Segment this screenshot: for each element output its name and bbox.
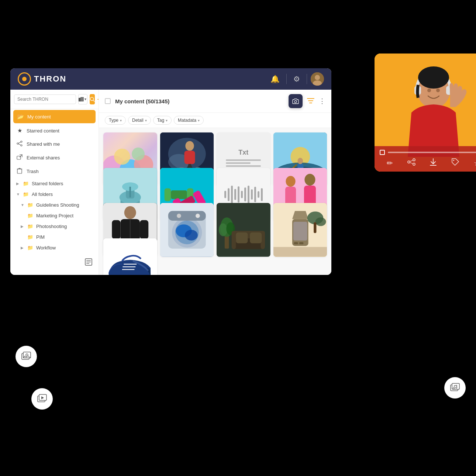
svg-rect-94	[232, 231, 236, 249]
tag-filter[interactable]: Tag ▾	[153, 116, 172, 125]
content-header: My content (50/1345) ⋮	[99, 90, 331, 113]
svg-point-85	[177, 214, 181, 218]
grid-item-shoe[interactable]	[103, 238, 157, 275]
svg-point-8	[17, 143, 18, 144]
detail-chevron-icon: ▾	[145, 118, 147, 123]
avatar[interactable]	[311, 72, 324, 86]
grid-item-sofa[interactable]	[217, 203, 270, 257]
more-options-button[interactable]: ⋮	[319, 97, 325, 105]
svg-point-106	[315, 217, 326, 226]
external-share-icon	[16, 154, 23, 161]
workflow-folder-label: Workflow	[36, 245, 56, 251]
app-window: THRON 🔔 ⚙	[10, 68, 331, 275]
wave-bar-4	[234, 189, 236, 200]
pim-folder-label: PIM	[36, 234, 45, 240]
svg-rect-14	[17, 169, 22, 173]
notification-icon[interactable]: 🔔	[268, 73, 283, 85]
svg-line-123	[410, 163, 413, 164]
share-icon	[16, 141, 23, 148]
folder-pim[interactable]: ▶ 📁 PIM	[10, 232, 99, 242]
svg-rect-63	[285, 186, 296, 205]
logo-icon	[18, 72, 31, 86]
share-action-icon[interactable]	[407, 158, 415, 168]
tag-chevron-icon: ▾	[166, 118, 168, 123]
sidebar-item-external-shares[interactable]: External shares	[10, 151, 99, 165]
filter-button[interactable]	[307, 97, 314, 106]
svg-point-28	[132, 148, 145, 161]
svg-rect-101	[293, 222, 307, 241]
folder-workflow[interactable]: ▶ 📁 Workflow	[10, 242, 99, 253]
tag-action-icon[interactable]	[451, 158, 459, 168]
all-folders-section[interactable]: ▼ 📁 All folders	[10, 189, 99, 200]
photos-float-button[interactable]	[15, 346, 37, 367]
grid-item-laundry[interactable]	[160, 203, 214, 257]
download-action-icon[interactable]	[430, 158, 437, 168]
header-divider-2	[307, 74, 307, 84]
select-all-checkbox[interactable]	[105, 98, 111, 104]
sidebar-item-starred-content[interactable]: ★ Starred content	[10, 124, 99, 137]
wave-bar-6	[241, 191, 243, 198]
trash-icon	[16, 168, 23, 175]
svg-point-9	[21, 145, 22, 146]
svg-rect-96	[236, 232, 248, 243]
folder-photoshooting[interactable]: ▶ 📁 Photoshooting	[10, 221, 99, 232]
svg-rect-103	[299, 242, 303, 244]
starred-folders-chevron: ▶	[16, 182, 20, 186]
sidebar-item-my-content[interactable]: 📂 My content	[13, 110, 96, 123]
metadata-filter[interactable]: Matadata ▾	[174, 116, 204, 125]
all-folders-icon: 📁	[23, 192, 29, 197]
guidelines-folder-label: Guidelines Shooting	[36, 202, 79, 208]
svg-point-66	[304, 174, 315, 186]
preview-file-indicator	[380, 150, 385, 155]
folder-marketing-project[interactable]: ▶ 📁 Marketing Project	[10, 210, 99, 221]
svg-rect-107	[314, 222, 316, 233]
svg-point-1	[315, 75, 320, 80]
svg-point-119	[413, 159, 415, 161]
sidebar-item-shared-with-me[interactable]: Shared with me	[10, 137, 99, 151]
txt-line-3	[226, 165, 261, 167]
svg-line-10	[18, 142, 21, 143]
music-float-button[interactable]	[444, 377, 466, 399]
guidelines-folder-icon: 📁	[27, 202, 33, 208]
wave-bar-1	[224, 191, 226, 198]
edit-action-icon[interactable]: ✏	[387, 159, 393, 168]
logo-text: THRON	[34, 74, 66, 84]
wave-bar-2	[228, 188, 230, 201]
svg-point-23	[294, 101, 297, 103]
preview-filename	[380, 150, 476, 155]
folder-guidelines-shooting[interactable]: ▼ 📁 Guidelines Shooting	[10, 200, 99, 210]
detail-filter-label: Detail	[132, 118, 144, 123]
svg-rect-102	[294, 242, 298, 244]
svg-point-83	[184, 230, 197, 241]
video-float-button[interactable]	[31, 388, 53, 410]
detail-filter[interactable]: Detail ▾	[128, 116, 151, 125]
grid-item-kitchen2[interactable]	[273, 203, 327, 257]
metadata-chevron-icon: ▾	[198, 118, 200, 123]
sidebar-item-trash[interactable]: Trash	[10, 165, 99, 178]
type-filter[interactable]: Type ▾	[105, 116, 126, 125]
photoshooting-chevron: ▶	[21, 224, 24, 228]
svg-rect-4	[80, 97, 84, 101]
all-folders-label: All folders	[32, 192, 53, 197]
camera-button[interactable]	[289, 94, 303, 108]
svg-rect-84	[168, 211, 206, 221]
wave-bar-7	[244, 187, 246, 201]
pim-folder-icon: 📁	[27, 234, 33, 240]
starred-folders-section[interactable]: ▶ 📁 Starred folders	[10, 178, 99, 189]
notes-icon[interactable]	[84, 258, 93, 268]
folder-view-btn[interactable]: ▼	[78, 94, 87, 104]
svg-point-118	[418, 66, 449, 89]
svg-point-90	[219, 223, 227, 236]
wave-bar-11	[258, 191, 259, 198]
wave-bar-8	[248, 186, 249, 203]
svg-rect-97	[250, 232, 262, 243]
search-button[interactable]	[90, 94, 95, 104]
settings-icon[interactable]: ⚙	[290, 73, 303, 85]
svg-rect-104	[273, 247, 327, 256]
svg-point-27	[114, 149, 130, 165]
search-input[interactable]	[14, 94, 76, 104]
star-action-icon[interactable]: ☆	[474, 159, 476, 168]
svg-point-32	[185, 141, 194, 151]
wave-bar-5	[238, 186, 239, 203]
photoshooting-folder-label: Photoshooting	[36, 224, 67, 229]
